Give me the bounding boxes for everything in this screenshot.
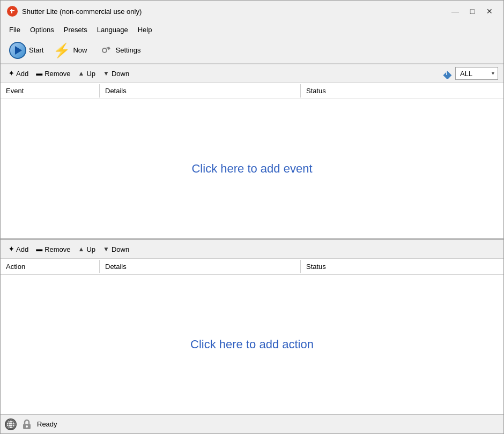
globe-icon: [5, 418, 17, 430]
start-label: Start: [29, 46, 43, 54]
action-down-label: Down: [112, 245, 129, 253]
action-col-details: Details: [100, 260, 301, 273]
svg-rect-3: [443, 71, 451, 79]
action-panel-body[interactable]: Click here to add action: [1, 275, 503, 414]
event-add-button[interactable]: ✦ Add: [6, 69, 31, 79]
menu-bar: File Options Presets Language Help: [1, 22, 503, 37]
action-down-button[interactable]: ▼ Down: [100, 244, 132, 255]
window-title: Shutter Lite (non-commercial use only): [22, 8, 142, 16]
action-up-arrow-icon: ▲: [78, 245, 85, 253]
action-down-arrow-icon: ▼: [103, 245, 109, 253]
action-col-status: Status: [301, 260, 503, 273]
maximize-button[interactable]: □: [465, 5, 480, 17]
action-col-headers: Action Details Status: [1, 259, 503, 275]
now-button[interactable]: ⚡ Now: [50, 41, 90, 59]
event-panel: ✦ Add ▬ Remove ▲ Up ▼ Down i: [1, 64, 503, 240]
action-remove-label: Remove: [45, 245, 70, 253]
event-remove-label: Remove: [45, 70, 70, 78]
menu-presets[interactable]: Presets: [60, 24, 92, 35]
action-add-icon: ✦: [9, 245, 14, 253]
action-add-button[interactable]: ✦ Add: [6, 244, 31, 255]
title-bar-controls: — □ ✕: [448, 5, 497, 17]
action-add-label: Add: [16, 245, 28, 253]
event-filter-wrapper[interactable]: ALL: [455, 67, 498, 80]
svg-text:i: i: [446, 70, 448, 76]
now-label: Now: [73, 46, 87, 54]
event-up-button[interactable]: ▲ Up: [76, 69, 99, 79]
lock-icon: [21, 418, 33, 430]
add-icon: ✦: [9, 70, 14, 77]
action-remove-icon: ▬: [36, 245, 42, 253]
event-down-button[interactable]: ▼ Down: [100, 69, 132, 79]
status-text: Ready: [37, 420, 57, 428]
close-button[interactable]: ✕: [482, 5, 497, 17]
svg-point-11: [26, 425, 28, 428]
gear-icon: [97, 42, 113, 58]
title-bar: Shutter Lite (non-commercial use only) —…: [1, 1, 503, 22]
title-bar-left: Shutter Lite (non-commercial use only): [7, 6, 142, 17]
lightning-icon: ⚡: [53, 43, 70, 57]
menu-help[interactable]: Help: [134, 24, 157, 35]
info-icon: i: [441, 68, 452, 79]
event-add-prompt[interactable]: Click here to add event: [191, 162, 312, 176]
menu-language[interactable]: Language: [93, 24, 132, 35]
action-panel-toolbar: ✦ Add ▬ Remove ▲ Up ▼ Down: [1, 240, 503, 259]
action-panel: ✦ Add ▬ Remove ▲ Up ▼ Down Action Detail…: [1, 240, 503, 414]
menu-options[interactable]: Options: [26, 24, 58, 35]
play-triangle-icon: [15, 46, 22, 55]
svg-rect-2: [10, 10, 14, 11]
event-col-status: Status: [301, 84, 503, 98]
event-col-details: Details: [100, 84, 301, 98]
down-arrow-icon: ▼: [103, 70, 109, 77]
menu-file[interactable]: File: [5, 24, 25, 35]
action-up-button[interactable]: ▲ Up: [76, 244, 99, 255]
settings-button[interactable]: Settings: [93, 40, 144, 61]
main-content: ✦ Add ▬ Remove ▲ Up ▼ Down i: [1, 64, 503, 414]
up-arrow-icon: ▲: [78, 70, 85, 77]
minimize-button[interactable]: —: [448, 5, 463, 17]
event-up-label: Up: [86, 70, 95, 78]
action-remove-button[interactable]: ▬ Remove: [33, 244, 73, 255]
start-button[interactable]: Start: [6, 40, 47, 61]
event-panel-body[interactable]: Click here to add event: [1, 99, 503, 238]
event-remove-button[interactable]: ▬ Remove: [33, 69, 73, 79]
settings-label: Settings: [115, 46, 140, 54]
event-down-label: Down: [112, 70, 129, 78]
event-filter-area: i ALL: [441, 67, 498, 80]
main-toolbar: Start ⚡ Now Settings: [1, 37, 503, 64]
status-bar: Ready: [1, 414, 503, 433]
remove-icon: ▬: [36, 70, 42, 77]
action-up-label: Up: [86, 245, 95, 253]
event-panel-toolbar: ✦ Add ▬ Remove ▲ Up ▼ Down i: [1, 64, 503, 83]
action-col-action: Action: [1, 260, 100, 273]
app-icon: [7, 6, 18, 17]
event-col-event: Event: [1, 84, 100, 98]
event-col-headers: Event Details Status: [1, 83, 503, 99]
action-add-prompt[interactable]: Click here to add action: [190, 338, 314, 351]
start-icon: [9, 42, 26, 59]
event-add-label: Add: [16, 70, 28, 78]
event-filter-select[interactable]: ALL: [455, 67, 498, 80]
